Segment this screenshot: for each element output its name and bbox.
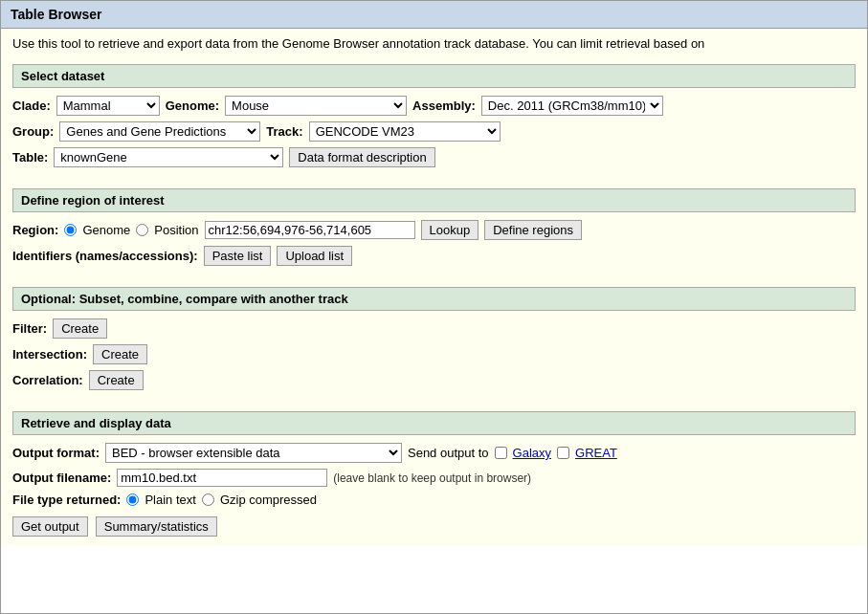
send-output-label: Send output to bbox=[408, 446, 489, 460]
filter-label: Filter: bbox=[12, 321, 47, 336]
position-radio-label[interactable]: Position bbox=[154, 223, 198, 237]
position-input[interactable] bbox=[205, 221, 415, 239]
bottom-buttons: Get output Summary/statistics bbox=[12, 516, 856, 537]
position-radio-input[interactable] bbox=[136, 224, 148, 236]
retrieve-section: Retrieve and display data Output format:… bbox=[1, 406, 867, 546]
output-format-select[interactable]: BED - browser extensible data GTF - gene… bbox=[105, 443, 402, 463]
identifiers-label: Identifiers (names/accessions): bbox=[12, 249, 198, 263]
clade-row: Clade: Mammal Vertebrate Deuterostome In… bbox=[12, 96, 856, 116]
great-link[interactable]: GREAT bbox=[575, 446, 617, 460]
filter-create-btn[interactable]: Create bbox=[53, 318, 107, 339]
table-select[interactable]: knownGene knownIsoforms knownCanonical bbox=[54, 147, 283, 167]
optional-header: Optional: Subset, combine, compare with … bbox=[12, 287, 856, 311]
group-track-row: Group: Genes and Gene Predictions Phenot… bbox=[12, 121, 856, 142]
select-dataset-header: Select dataset bbox=[12, 64, 856, 88]
page-title: Table Browser bbox=[1, 1, 867, 29]
description-text: Use this tool to retrieve and export dat… bbox=[1, 29, 867, 58]
paste-list-btn[interactable]: Paste list bbox=[204, 246, 272, 266]
galaxy-link[interactable]: Galaxy bbox=[513, 446, 551, 460]
lookup-btn[interactable]: Lookup bbox=[421, 220, 479, 240]
select-dataset-section: Select dataset Clade: Mammal Vertebrate … bbox=[1, 58, 867, 183]
assembly-select[interactable]: Dec. 2011 (GRCm38/mm10) Jul. 2007 (NCBI3… bbox=[481, 96, 663, 116]
group-label: Group: bbox=[12, 124, 54, 139]
correlation-label: Correlation: bbox=[12, 373, 83, 387]
track-label: Track: bbox=[266, 124, 302, 139]
genome-radio-label[interactable]: Genome bbox=[82, 223, 130, 237]
table-row: Table: knownGene knownIsoforms knownCano… bbox=[12, 147, 856, 167]
clade-label: Clade: bbox=[12, 99, 51, 113]
identifiers-row: Identifiers (names/accessions): Paste li… bbox=[12, 246, 856, 266]
region-label: Region: bbox=[12, 223, 58, 237]
output-format-row: Output format: BED - browser extensible … bbox=[12, 443, 856, 463]
get-output-btn[interactable]: Get output bbox=[12, 516, 88, 537]
track-select[interactable]: GENCODE VM23 GENCODE VM22 RefSeq bbox=[309, 121, 501, 142]
group-select[interactable]: Genes and Gene Predictions Phenotype and… bbox=[59, 121, 260, 142]
correlation-create-btn[interactable]: Create bbox=[89, 370, 144, 390]
genome-radio-group: Genome bbox=[64, 223, 130, 237]
region-row: Region: Genome Position Lookup Define re… bbox=[12, 220, 856, 240]
file-type-row: File type returned: Plain text Gzip comp… bbox=[12, 493, 856, 507]
file-type-label: File type returned: bbox=[12, 493, 121, 507]
great-checkbox[interactable] bbox=[557, 447, 569, 459]
intersection-create-btn[interactable]: Create bbox=[93, 344, 147, 364]
upload-list-btn[interactable]: Upload list bbox=[277, 246, 352, 266]
gzip-label[interactable]: Gzip compressed bbox=[220, 493, 317, 507]
optional-section: Optional: Subset, combine, compare with … bbox=[1, 281, 867, 406]
intersection-row: Intersection: Create bbox=[12, 344, 856, 364]
position-radio-group: Position bbox=[136, 223, 198, 237]
output-filename-note: (leave blank to keep output in browser) bbox=[333, 471, 531, 485]
output-filename-label: Output filename: bbox=[12, 471, 111, 485]
assembly-label: Assembly: bbox=[412, 99, 476, 113]
summary-stats-btn[interactable]: Summary/statistics bbox=[96, 516, 217, 537]
retrieve-header: Retrieve and display data bbox=[12, 411, 856, 435]
define-regions-btn[interactable]: Define regions bbox=[484, 220, 582, 240]
plain-text-radio[interactable] bbox=[126, 493, 139, 506]
output-format-label: Output format: bbox=[12, 446, 100, 460]
output-filename-row: Output filename: (leave blank to keep ou… bbox=[12, 469, 856, 487]
gzip-radio[interactable] bbox=[202, 493, 214, 506]
genome-select[interactable]: Mouse Human Rat Zebrafish bbox=[225, 96, 407, 116]
clade-select[interactable]: Mammal Vertebrate Deuterostome Insect Ne… bbox=[56, 96, 160, 116]
define-region-header: Define region of interest bbox=[12, 188, 856, 212]
send-output-section: Send output to Galaxy GREAT bbox=[408, 446, 617, 460]
genome-radio-input[interactable] bbox=[64, 224, 77, 236]
table-label: Table: bbox=[12, 150, 48, 164]
gzip-radio-group: Gzip compressed bbox=[202, 493, 317, 507]
define-region-section: Define region of interest Region: Genome… bbox=[1, 183, 867, 281]
plain-text-label[interactable]: Plain text bbox=[145, 493, 195, 507]
plain-text-radio-group: Plain text bbox=[126, 493, 195, 507]
galaxy-checkbox[interactable] bbox=[495, 447, 507, 459]
filter-row: Filter: Create bbox=[12, 318, 856, 339]
genome-label: Genome: bbox=[166, 99, 219, 113]
intersection-label: Intersection: bbox=[12, 347, 87, 362]
output-filename-input[interactable] bbox=[117, 469, 327, 487]
data-format-btn[interactable]: Data format description bbox=[289, 147, 434, 167]
correlation-row: Correlation: Create bbox=[12, 370, 856, 390]
